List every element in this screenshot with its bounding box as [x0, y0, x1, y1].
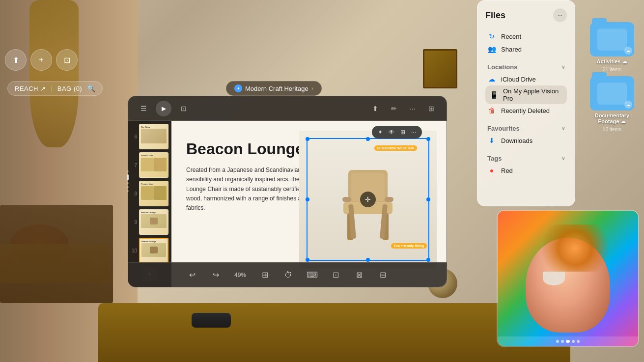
photo-image: [498, 211, 638, 346]
folder-inner: [597, 28, 627, 51]
reach-label[interactable]: REACH ↗: [15, 85, 46, 92]
presentation-titlebar: ☰ ▶ ⊡ ⬆ ✏ ··· ⊞: [128, 96, 447, 121]
files-more-button[interactable]: ···: [553, 8, 567, 22]
files-item-shared[interactable]: 👥 Shared: [485, 43, 567, 56]
photo-dot-1: [556, 340, 559, 343]
files-item-recent[interactable]: ↻ Recent: [485, 30, 567, 43]
sustainable-label: Sustainable White Oak: [374, 145, 417, 151]
shelf-unit: [0, 205, 113, 303]
chair-area[interactable]: ✛ Sustainable White Oak Eco friendly fil…: [299, 131, 437, 268]
red-tag-icon: ●: [487, 167, 496, 174]
photo-progress-bar: [498, 336, 638, 346]
search-icon[interactable]: 🔍: [87, 84, 95, 92]
locations-chevron[interactable]: ∨: [561, 64, 565, 70]
redo-button[interactable]: ↪: [208, 267, 224, 283]
plus-icon: +: [39, 56, 43, 64]
favourites-header: Favourites ∨: [485, 121, 567, 134]
folder-sublabel-documentary: 10 items: [603, 127, 621, 132]
files-item-red-tag[interactable]: ● Red: [485, 164, 567, 177]
files-item-downloads[interactable]: ⬇ Downloads: [485, 134, 567, 147]
shared-icon: 👥: [487, 45, 496, 53]
tags-header: Tags ∨: [485, 151, 567, 164]
folder-activities[interactable]: ☁ Activities ☁ 21 items: [585, 22, 639, 72]
folder-label-activities: Activities ☁: [597, 58, 628, 65]
breadcrumb-icon: ✦: [234, 84, 242, 92]
sidebar-toggle-button[interactable]: ☰: [136, 101, 151, 116]
locations-section: ☁ iCloud Drive 📱 On My Apple Vision Pro …: [485, 73, 567, 117]
undo-button[interactable]: ↩: [184, 267, 200, 283]
copy-slide-button[interactable]: ⊡: [328, 267, 343, 283]
svg-rect-6: [342, 197, 351, 202]
presentation-window: ☰ ▶ ⊡ ⬆ ✏ ··· ⊞ 6 Our Story: [128, 96, 447, 287]
scroll-dot-4: [127, 186, 129, 188]
photo-dot-5: [577, 340, 580, 343]
table-tool-button[interactable]: ⊞: [257, 267, 273, 283]
folder-icon-documentary: ☁: [590, 76, 634, 111]
files-item-recently-deleted[interactable]: 🗑 Recently Deleted: [485, 104, 567, 117]
bottom-toolbar: ↩ ↪ 49% ⊞ ⏱ ⌨ ⊡ ⊠ ⊟: [128, 262, 447, 287]
presentation-left-controls: ☰ ▶ ⊡: [136, 101, 191, 116]
recent-label: Recent: [501, 33, 565, 40]
photo-dot-3: [566, 340, 570, 343]
object-tool-grid[interactable]: ⊞: [400, 129, 405, 136]
folder-label-documentary: Documentary Footage ☁: [585, 112, 639, 125]
upload-button[interactable]: ⬆: [5, 49, 27, 71]
slide-thumbnail-9[interactable]: Beacon Lounge: [139, 209, 168, 235]
bag-label[interactable]: BAG (0): [57, 85, 82, 92]
folder-documentary[interactable]: ☁ Documentary Footage ☁ 10 items: [585, 76, 639, 132]
folder-badge-activities: ☁: [624, 47, 632, 55]
annotate-button[interactable]: ✏: [387, 101, 401, 116]
photo-dot-2: [561, 340, 564, 343]
favourites-section: ⬇ Downloads: [485, 134, 567, 147]
more-options-button[interactable]: ···: [405, 101, 420, 116]
guitar-decoration: [29, 0, 79, 147]
files-item-vision-pro[interactable]: 📱 On My Apple Vision Pro: [485, 85, 567, 104]
slide-thumbnail-10[interactable]: Beacon Lounge: [139, 238, 168, 263]
locations-title: Locations: [487, 63, 517, 71]
slide-number-8: 8: [131, 191, 137, 196]
object-tool-view[interactable]: 👁: [389, 129, 394, 136]
upload-icon: ⬆: [13, 56, 19, 65]
vr-headset: [192, 313, 231, 328]
folder-sublabel-activities: 21 items: [603, 67, 621, 72]
slide-thumbnail-6[interactable]: Our Story: [139, 124, 168, 149]
object-toolbar: ✦ 👁 ⊞ ···: [372, 126, 422, 139]
favourites-title: Favourites: [487, 125, 520, 132]
recent-icon: ↻: [487, 32, 496, 40]
breadcrumb-arrow: ›: [311, 85, 313, 92]
video-button[interactable]: ⊠: [351, 267, 367, 283]
files-top-section: ↻ Recent 👥 Shared: [485, 30, 567, 56]
files-item-icloud[interactable]: ☁ iCloud Drive: [485, 73, 567, 85]
downloads-label: Downloads: [501, 137, 565, 144]
shared-label: Shared: [501, 46, 565, 53]
photo-flowers: [540, 224, 610, 272]
timer-button[interactable]: ⏱: [280, 267, 296, 283]
photo-content: [498, 211, 638, 346]
files-panel: Files ··· ↻ Recent 👥 Shared Locations ∨ …: [477, 0, 575, 206]
object-tool-spin[interactable]: ✦: [378, 129, 383, 136]
breadcrumb: ✦ Modern Craft Heritage ›: [226, 81, 322, 96]
folder-inner-2: [597, 83, 627, 105]
slide-thumbnail-8[interactable]: Product Line: [139, 181, 168, 206]
shopping-bar: REACH ↗ | BAG (0) 🔍: [7, 81, 103, 96]
slide-number-9: 9: [131, 220, 137, 225]
play-icon: ▶: [162, 105, 166, 112]
object-tool-more[interactable]: ···: [411, 129, 416, 136]
fullscreen2-button[interactable]: ⊟: [375, 267, 391, 283]
add-button[interactable]: +: [30, 49, 52, 71]
slide-number-6: 6: [131, 134, 137, 139]
slide-thumbnail-7[interactable]: Product Line: [139, 152, 168, 178]
photo-teeth: [543, 272, 565, 285]
downloads-icon: ⬇: [487, 137, 496, 144]
text-button[interactable]: ⌨: [304, 267, 320, 283]
fullscreen-button[interactable]: ⊞: [424, 101, 439, 116]
slideshow-button[interactable]: ⊡: [176, 101, 191, 116]
play-button[interactable]: ▶: [156, 101, 171, 116]
tags-chevron[interactable]: ∨: [561, 156, 565, 161]
share-button[interactable]: ⬆: [368, 101, 383, 116]
slide-item: 8 Product Line: [131, 181, 168, 206]
slide-item: 10 Beacon Lounge: [131, 238, 168, 263]
favourites-chevron[interactable]: ∨: [561, 126, 565, 131]
copy-button[interactable]: ⊡: [56, 49, 78, 71]
scroll-dot-1: [127, 170, 129, 172]
